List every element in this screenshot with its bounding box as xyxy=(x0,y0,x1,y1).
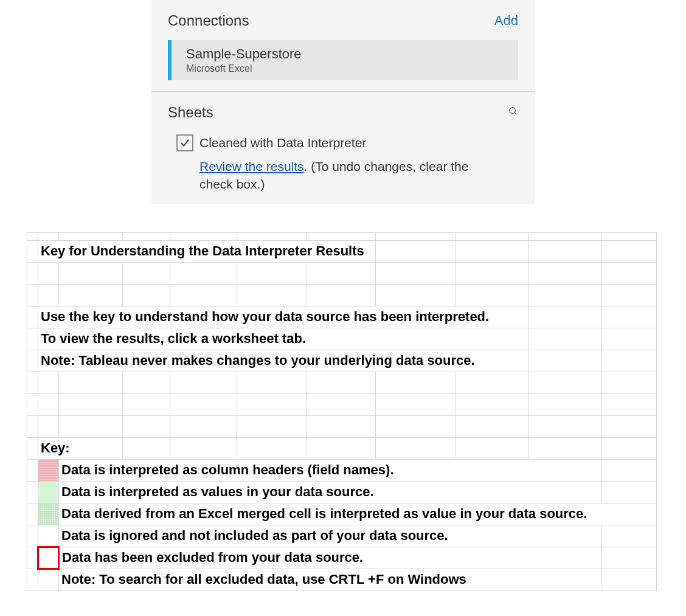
interpreter-key-title: Key for Understanding the Data Interpret… xyxy=(38,240,376,262)
legend-swatch-headers xyxy=(38,459,59,481)
legend-text: Data is interpreted as values in your da… xyxy=(59,481,602,503)
data-interpreter-checkbox-row: Cleaned with Data Interpreter xyxy=(176,134,518,151)
table-row: Data is interpreted as values in your da… xyxy=(27,481,657,503)
svg-line-1 xyxy=(514,112,516,114)
table-row: Key for Understanding the Data Interpret… xyxy=(27,240,657,262)
legend-swatch-ignored xyxy=(38,525,59,547)
table-row xyxy=(27,262,657,284)
connection-item[interactable]: Sample-Superstore Microsoft Excel xyxy=(168,40,518,80)
table-row: Note: Tableau never makes changes to you… xyxy=(27,350,657,372)
svg-point-0 xyxy=(510,108,515,113)
table-row xyxy=(27,232,657,240)
data-interpreter-checkbox[interactable] xyxy=(176,134,193,151)
table-row: Note: To search for all excluded data, u… xyxy=(27,569,657,590)
legend-swatch-excluded xyxy=(38,547,59,569)
intro-line: Note: Tableau never makes changes to you… xyxy=(38,350,529,372)
intro-line: Use the key to understand how your data … xyxy=(38,306,529,328)
legend-text: Data derived from an Excel merged cell i… xyxy=(59,503,657,525)
sheets-header: Sheets xyxy=(168,104,518,121)
data-interpreter-checkbox-label: Cleaned with Data Interpreter xyxy=(199,136,366,150)
connections-header: Connections Add xyxy=(168,12,518,29)
legend-text: Data is ignored and not included as part… xyxy=(59,525,602,547)
connections-panel: Connections Add Sample-Superstore Micros… xyxy=(151,0,535,204)
search-icon[interactable] xyxy=(508,106,518,119)
table-row: Use the key to understand how your data … xyxy=(27,306,657,328)
add-connection-link[interactable]: Add xyxy=(494,13,518,29)
table-row xyxy=(27,284,657,306)
table-row: Data is ignored and not included as part… xyxy=(27,525,657,547)
results-spreadsheet: Key for Understanding the Data Interpret… xyxy=(27,232,657,591)
table-row: Key: xyxy=(27,437,657,459)
review-results-link[interactable]: Review the results xyxy=(199,159,304,173)
legend-swatch-values xyxy=(38,481,59,503)
legend-text: Data is interpreted as column headers (f… xyxy=(59,459,602,481)
legend-swatch-merged xyxy=(38,503,59,525)
table-row xyxy=(27,415,657,437)
table-row: Data has been excluded from your data so… xyxy=(27,547,657,569)
connection-name: Sample-Superstore xyxy=(186,46,518,62)
intro-line: To view the results, click a worksheet t… xyxy=(38,328,529,350)
sheets-title: Sheets xyxy=(168,104,213,121)
connections-title: Connections xyxy=(168,12,249,29)
table-row: Data is interpreted as column headers (f… xyxy=(27,459,657,481)
key-label: Key: xyxy=(38,437,123,459)
connection-type: Microsoft Excel xyxy=(186,63,518,74)
table-row xyxy=(27,372,657,393)
legend-text: Data has been excluded from your data so… xyxy=(59,547,602,569)
legend-text: Note: To search for all excluded data, u… xyxy=(59,569,602,590)
table-row xyxy=(27,393,657,415)
table-row: To view the results, click a worksheet t… xyxy=(27,328,657,350)
review-results-text: Review the results. (To undo changes, cl… xyxy=(199,157,518,193)
table-row: Data derived from an Excel merged cell i… xyxy=(27,503,657,525)
